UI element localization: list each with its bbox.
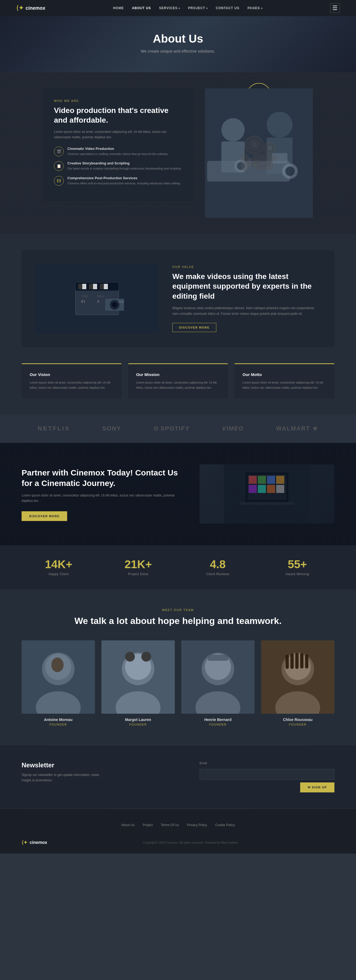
footer-link-about[interactable]: About Us <box>121 823 134 827</box>
who-title: Video production that's creative and aff… <box>54 106 184 125</box>
service-item-2: 📋 Creative Storyboarding and Scripting O… <box>54 161 184 171</box>
svg-rect-19 <box>100 284 104 289</box>
newsletter-right: Email ✉ SIGN UP <box>200 761 334 792</box>
motto-card: Our Motto Lorem ipsum dolor sit amet, co… <box>235 363 334 398</box>
postprod-icon: 🎞 <box>54 176 64 186</box>
team-name-3: Henrie Bernard <box>181 718 255 722</box>
svg-text:01: 01 <box>81 299 86 304</box>
svg-rect-56 <box>208 654 228 660</box>
partner-cta-button[interactable]: DISCOVER MORE <box>22 511 67 521</box>
nav-services[interactable]: SERVICES <box>159 6 180 10</box>
svg-point-45 <box>51 657 63 672</box>
newsletter-email-input[interactable] <box>200 769 334 780</box>
footer-link-terms[interactable]: Terms Of Us <box>161 823 179 827</box>
who-left: WHO WE ARE Video production that's creat… <box>43 88 194 201</box>
footer: About Us Project Terms Of Us Privacy Pol… <box>0 809 356 854</box>
team-member-2: Margot Lauren FOUNDER <box>101 640 175 726</box>
newsletter-email-label: Email <box>200 761 207 765</box>
service-2-title: Creative Storyboarding and Scripting <box>67 161 182 165</box>
team-member-4: Chloe Rousseau FOUNDER <box>261 640 334 726</box>
partner-desc: Lorem ipsum dolor sit amet, consectetur … <box>22 493 184 504</box>
footer-link-project[interactable]: Project <box>143 823 153 827</box>
service-item-1: 🎬 Cinematic Video Production Cinemox spe… <box>54 146 184 157</box>
stat-clients-num: 14K+ <box>22 559 96 570</box>
team-label: MEET OUR TEAM <box>22 608 334 612</box>
svg-rect-17 <box>89 284 93 289</box>
footer-link-privacy[interactable]: Privacy Policy <box>187 823 207 827</box>
page-title: About Us <box>5 32 351 45</box>
newsletter-desc: Signup our newsletter to get update info… <box>22 772 108 783</box>
svg-rect-6 <box>272 153 287 163</box>
stat-projects-label: Project Done <box>101 572 175 576</box>
newsletter-section: Newsletter Signup our newsletter to get … <box>0 745 356 808</box>
brands-section: NETFLIX SONY ⊙ Spotify vimeo Walmart ★ <box>0 414 356 443</box>
stats-section: 14K+ Happy Client 21K+ Project Done 4.8 … <box>0 545 356 589</box>
svg-rect-15 <box>78 284 82 289</box>
svg-point-1 <box>222 118 244 141</box>
svg-point-26 <box>112 302 117 307</box>
team-name-4: Chloe Rousseau <box>261 718 334 722</box>
svg-point-8 <box>285 167 295 176</box>
stat-awards-num: 55+ <box>260 559 334 570</box>
stat-awards: 55+ Award Winning <box>260 559 334 576</box>
team-role-3: FOUNDER <box>181 723 255 726</box>
partner-right <box>200 465 334 524</box>
hamburger-button[interactable]: ☰ <box>330 3 340 13</box>
footer-logo-text: cinemox <box>30 840 47 845</box>
mission-text: Lorem ipsum dolor sit amet, consectetur … <box>136 380 220 390</box>
stat-projects-num: 21K+ <box>101 559 175 570</box>
svg-rect-34 <box>276 476 284 484</box>
partner-image <box>200 465 334 524</box>
team-role-4: FOUNDER <box>261 723 334 726</box>
storyboard-icon: 📋 <box>54 161 64 171</box>
svg-rect-31 <box>249 476 257 484</box>
value-title: We make videos using the latest equipmen… <box>172 272 321 301</box>
value-section: TAKE ROLL 01 A OUR VALUE We make videos … <box>0 234 356 363</box>
svg-rect-0 <box>205 88 313 218</box>
svg-point-3 <box>267 111 293 137</box>
who-section: WHO WE ARE Video production that's creat… <box>0 72 356 234</box>
svg-rect-32 <box>258 476 266 484</box>
newsletter-left: Newsletter Signup our newsletter to get … <box>22 761 184 783</box>
brand-vimeo: vimeo <box>222 425 244 432</box>
stat-reviews-num: 4.8 <box>181 559 255 570</box>
stat-reviews: 4.8 Client Reviews <box>181 559 255 576</box>
svg-point-10 <box>237 162 244 170</box>
svg-rect-38 <box>276 485 284 493</box>
value-cta-button[interactable]: DISCOVER MORE <box>172 323 216 332</box>
svg-rect-64 <box>300 653 303 668</box>
motto-text: Lorem ipsum dolor sit amet, consectetur … <box>243 380 326 390</box>
nav-contact[interactable]: CONTACT US <box>216 6 239 10</box>
logo-text: cinemox <box>26 5 45 11</box>
stat-awards-label: Award Winning <box>260 572 334 576</box>
service-item-3: 🎞 Comprehensive Post-Production Services… <box>54 176 184 186</box>
svg-rect-62 <box>291 653 294 669</box>
team-section: MEET OUR TEAM We talk a lot about hope h… <box>0 589 356 745</box>
logo[interactable]: ⟨✦ cinemox <box>16 5 45 11</box>
vision-text: Lorem ipsum dolor sit amet, consectetur … <box>30 380 113 390</box>
newsletter-signup-button[interactable]: ✉ SIGN UP <box>300 783 334 792</box>
nav-pages[interactable]: PAGES <box>247 6 262 10</box>
team-role-2: FOUNDER <box>101 723 175 726</box>
motto-title: Our Motto <box>243 372 326 377</box>
svg-text:ROLL: ROLL <box>97 294 104 298</box>
service-1-desc: Cinemox specializes in crafting cinemati… <box>67 152 169 157</box>
svg-rect-27 <box>119 301 124 303</box>
value-desc: Magnis vivamus class nostra pellentesque… <box>172 305 321 317</box>
navbar: ⟨✦ cinemox HOME ABOUT US SERVICES PROJEC… <box>0 0 356 16</box>
nav-project[interactable]: PROJECT <box>188 6 208 10</box>
partner-left: Partner with Cinemox Today! Contact Us f… <box>22 467 184 521</box>
svg-rect-61 <box>286 654 289 669</box>
service-3-title: Comprehensive Post-Production Services <box>67 176 181 180</box>
footer-link-cookie[interactable]: Cookie Policy <box>215 823 235 827</box>
cinematic-icon: 🎬 <box>54 146 64 156</box>
nav-about[interactable]: ABOUT US <box>132 6 151 10</box>
logo-icon: ⟨✦ <box>16 5 24 11</box>
service-2-desc: Our team excels in creative storytelling… <box>67 166 182 171</box>
svg-point-9 <box>235 159 247 172</box>
nav-home[interactable]: HOME <box>113 6 124 10</box>
team-name-1: Antoine Moreau <box>22 718 95 722</box>
service-3-desc: Cinemox offers end-to-end post-productio… <box>67 181 181 186</box>
who-right: 20+ YEARS OF EXPERIENCE <box>205 88 313 218</box>
svg-text:A: A <box>97 299 99 304</box>
